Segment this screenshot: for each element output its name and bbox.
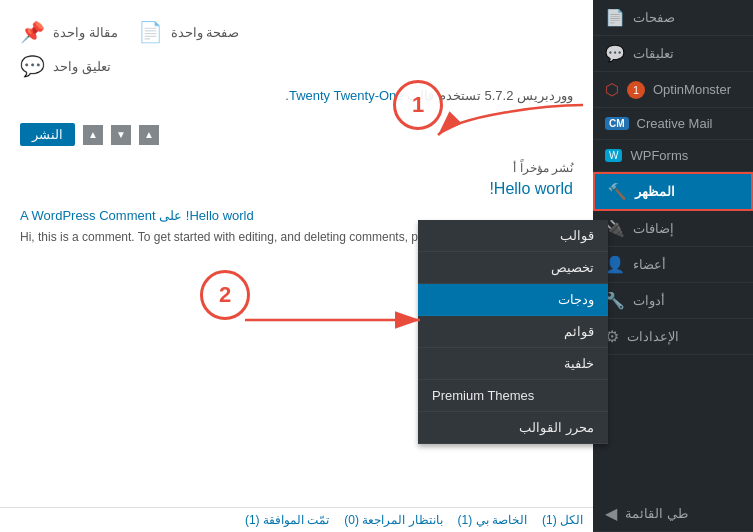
dropdown-item-theme-editor[interactable]: محرر القوالب bbox=[418, 412, 608, 444]
stat-posts: مقالة واحدة 📌 bbox=[20, 20, 118, 44]
stats-row: صفحة واحدة 📄 مقالة واحدة 📌 bbox=[20, 15, 573, 44]
sidebar: صفحات 📄 تعليقات 💬 OptinMonster 1 ⬡ Creat… bbox=[593, 0, 753, 532]
post-area: !Hello world bbox=[20, 180, 573, 198]
sidebar-item-plugins[interactable]: إضافات 🔌 bbox=[593, 211, 753, 247]
footer-item-mine[interactable]: الخاصة بي (1) bbox=[458, 513, 527, 527]
dropdown-item-premium-themes[interactable]: Premium Themes bbox=[418, 380, 608, 412]
sidebar-item-wpforms[interactable]: WPForms W bbox=[593, 140, 753, 172]
sidebar-item-creative-mail[interactable]: Creative Mail CM bbox=[593, 108, 753, 140]
sidebar-item-tools[interactable]: أدوات 🔧 bbox=[593, 283, 753, 319]
pages-icon: 📄 bbox=[605, 8, 625, 27]
stat-pages: صفحة واحدة 📄 bbox=[138, 20, 240, 44]
optinmonster-icon: ⬡ bbox=[605, 80, 619, 99]
sidebar-item-collapse[interactable]: طي القائمة ◀ bbox=[593, 496, 753, 532]
plugins-icon: 🔌 bbox=[605, 219, 625, 238]
comment-stat-icon: 💬 bbox=[20, 54, 45, 78]
users-icon: 👤 bbox=[605, 255, 625, 274]
sidebar-item-pages[interactable]: صفحات 📄 bbox=[593, 0, 753, 36]
main-container: صفحات 📄 تعليقات 💬 OptinMonster 1 ⬡ Creat… bbox=[0, 0, 753, 532]
comments-icon: 💬 bbox=[605, 44, 625, 63]
comment-row: تعليق واحد 💬 bbox=[20, 49, 573, 78]
published-label: نُشر مؤخراً أ bbox=[20, 161, 573, 175]
sidebar-item-users[interactable]: أعضاء 👤 bbox=[593, 247, 753, 283]
sidebar-item-appearance[interactable]: المظهر 🔨 bbox=[593, 172, 753, 211]
optinmonster-badge: 1 bbox=[627, 81, 645, 99]
wp-theme-link[interactable]: Twenty Twenty-One bbox=[289, 88, 404, 103]
post-title[interactable]: !Hello world bbox=[20, 180, 573, 198]
footer-item-pending[interactable]: بانتظار المراجعة (0) bbox=[344, 513, 442, 527]
footer-bar: الكل (1) الخاصة بي (1) بانتظار المراجعة … bbox=[0, 507, 593, 532]
dropdown-item-widgets[interactable]: ودجات bbox=[418, 284, 608, 316]
arrow-two bbox=[235, 295, 435, 345]
footer-item-all[interactable]: الكل (1) bbox=[542, 513, 583, 527]
stat-comment: تعليق واحد 💬 bbox=[20, 54, 111, 78]
dropdown-item-customize[interactable]: تخصيص bbox=[418, 252, 608, 284]
stat-pages-icon: 📄 bbox=[138, 20, 163, 44]
down-arrow-button[interactable]: ▼ bbox=[111, 125, 131, 145]
sidebar-item-comments[interactable]: تعليقات 💬 bbox=[593, 36, 753, 72]
dropdown-item-background[interactable]: خلفية bbox=[418, 348, 608, 380]
up2-arrow-button[interactable]: ▲ bbox=[83, 125, 103, 145]
sidebar-item-optinmonster[interactable]: OptinMonster 1 ⬡ bbox=[593, 72, 753, 108]
tools-icon: 🔧 bbox=[605, 291, 625, 310]
posts-stat-label: مقالة واحدة bbox=[53, 25, 118, 40]
footer-item-approved[interactable]: تمّت الموافقة (1) bbox=[245, 513, 329, 527]
collapse-icon: ◀ bbox=[605, 504, 617, 523]
pages-stat-label: صفحة واحدة bbox=[171, 25, 240, 40]
dropdown-item-menus[interactable]: قوائم bbox=[418, 316, 608, 348]
cm-badge: CM bbox=[605, 117, 629, 130]
publish-button[interactable]: النشر bbox=[20, 123, 75, 146]
dropdown-item-themes[interactable]: قوالب bbox=[418, 220, 608, 252]
stat-posts-icon: 📌 bbox=[20, 20, 45, 44]
appearance-icon: 🔨 bbox=[607, 182, 627, 201]
wpforms-icon: W bbox=[605, 149, 622, 162]
sidebar-item-settings[interactable]: الإعدادات ⚙ bbox=[593, 319, 753, 355]
comment-stat-label: تعليق واحد bbox=[53, 59, 111, 74]
up-arrow-button[interactable]: ▲ bbox=[139, 125, 159, 145]
arrow-one bbox=[428, 95, 598, 155]
appearance-dropdown: قوالب تخصيص ودجات قوائم خلفية Premium Th… bbox=[418, 220, 608, 444]
